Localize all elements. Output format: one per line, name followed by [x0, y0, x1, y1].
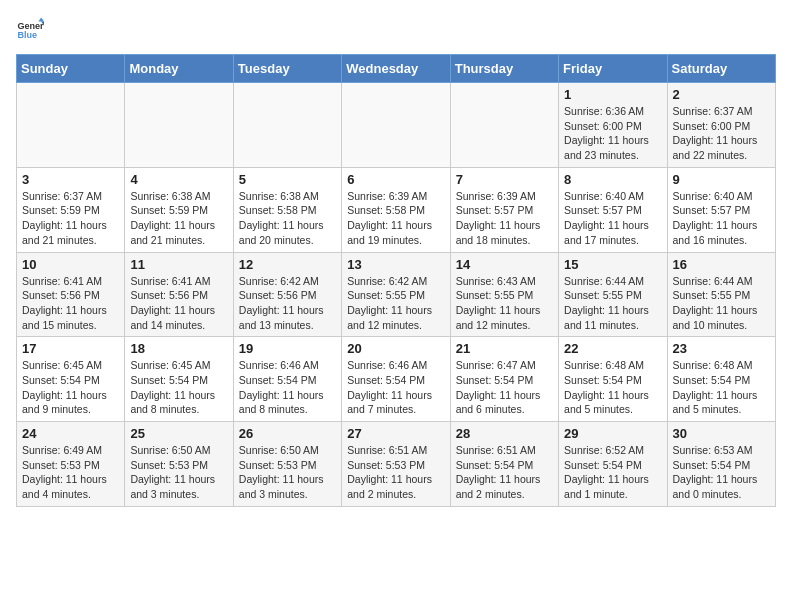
day-number: 4 [130, 172, 227, 187]
svg-marker-2 [38, 17, 44, 21]
day-header-sunday: Sunday [17, 55, 125, 83]
day-detail: Sunrise: 6:44 AM Sunset: 5:55 PM Dayligh… [564, 274, 661, 333]
calendar-cell [125, 83, 233, 168]
day-number: 3 [22, 172, 119, 187]
calendar-cell: 2Sunrise: 6:37 AM Sunset: 6:00 PM Daylig… [667, 83, 775, 168]
calendar-cell: 15Sunrise: 6:44 AM Sunset: 5:55 PM Dayli… [559, 252, 667, 337]
day-header-thursday: Thursday [450, 55, 558, 83]
calendar-week-row: 10Sunrise: 6:41 AM Sunset: 5:56 PM Dayli… [17, 252, 776, 337]
day-detail: Sunrise: 6:39 AM Sunset: 5:57 PM Dayligh… [456, 189, 553, 248]
day-header-saturday: Saturday [667, 55, 775, 83]
day-detail: Sunrise: 6:40 AM Sunset: 5:57 PM Dayligh… [673, 189, 770, 248]
day-number: 21 [456, 341, 553, 356]
day-number: 9 [673, 172, 770, 187]
day-number: 15 [564, 257, 661, 272]
day-detail: Sunrise: 6:37 AM Sunset: 6:00 PM Dayligh… [673, 104, 770, 163]
day-number: 30 [673, 426, 770, 441]
calendar-cell: 10Sunrise: 6:41 AM Sunset: 5:56 PM Dayli… [17, 252, 125, 337]
day-number: 24 [22, 426, 119, 441]
calendar-week-row: 1Sunrise: 6:36 AM Sunset: 6:00 PM Daylig… [17, 83, 776, 168]
calendar-cell: 4Sunrise: 6:38 AM Sunset: 5:59 PM Daylig… [125, 167, 233, 252]
calendar-cell: 24Sunrise: 6:49 AM Sunset: 5:53 PM Dayli… [17, 422, 125, 507]
calendar-cell [342, 83, 450, 168]
day-detail: Sunrise: 6:45 AM Sunset: 5:54 PM Dayligh… [22, 358, 119, 417]
calendar-cell [17, 83, 125, 168]
day-number: 22 [564, 341, 661, 356]
day-header-friday: Friday [559, 55, 667, 83]
day-number: 8 [564, 172, 661, 187]
calendar: SundayMondayTuesdayWednesdayThursdayFrid… [16, 54, 776, 507]
day-detail: Sunrise: 6:50 AM Sunset: 5:53 PM Dayligh… [130, 443, 227, 502]
day-number: 17 [22, 341, 119, 356]
day-detail: Sunrise: 6:51 AM Sunset: 5:53 PM Dayligh… [347, 443, 444, 502]
day-number: 14 [456, 257, 553, 272]
day-detail: Sunrise: 6:49 AM Sunset: 5:53 PM Dayligh… [22, 443, 119, 502]
day-header-monday: Monday [125, 55, 233, 83]
day-number: 27 [347, 426, 444, 441]
calendar-cell: 12Sunrise: 6:42 AM Sunset: 5:56 PM Dayli… [233, 252, 341, 337]
day-detail: Sunrise: 6:48 AM Sunset: 5:54 PM Dayligh… [564, 358, 661, 417]
calendar-cell [233, 83, 341, 168]
logo: General Blue [16, 16, 44, 44]
day-detail: Sunrise: 6:39 AM Sunset: 5:58 PM Dayligh… [347, 189, 444, 248]
calendar-cell: 9Sunrise: 6:40 AM Sunset: 5:57 PM Daylig… [667, 167, 775, 252]
calendar-cell: 22Sunrise: 6:48 AM Sunset: 5:54 PM Dayli… [559, 337, 667, 422]
day-number: 7 [456, 172, 553, 187]
calendar-cell: 20Sunrise: 6:46 AM Sunset: 5:54 PM Dayli… [342, 337, 450, 422]
day-number: 5 [239, 172, 336, 187]
calendar-cell: 27Sunrise: 6:51 AM Sunset: 5:53 PM Dayli… [342, 422, 450, 507]
day-number: 18 [130, 341, 227, 356]
calendar-cell: 6Sunrise: 6:39 AM Sunset: 5:58 PM Daylig… [342, 167, 450, 252]
day-detail: Sunrise: 6:51 AM Sunset: 5:54 PM Dayligh… [456, 443, 553, 502]
day-number: 2 [673, 87, 770, 102]
calendar-week-row: 17Sunrise: 6:45 AM Sunset: 5:54 PM Dayli… [17, 337, 776, 422]
calendar-week-row: 24Sunrise: 6:49 AM Sunset: 5:53 PM Dayli… [17, 422, 776, 507]
calendar-header-row: SundayMondayTuesdayWednesdayThursdayFrid… [17, 55, 776, 83]
day-detail: Sunrise: 6:42 AM Sunset: 5:56 PM Dayligh… [239, 274, 336, 333]
calendar-cell: 16Sunrise: 6:44 AM Sunset: 5:55 PM Dayli… [667, 252, 775, 337]
day-header-wednesday: Wednesday [342, 55, 450, 83]
calendar-cell: 13Sunrise: 6:42 AM Sunset: 5:55 PM Dayli… [342, 252, 450, 337]
day-detail: Sunrise: 6:38 AM Sunset: 5:59 PM Dayligh… [130, 189, 227, 248]
calendar-week-row: 3Sunrise: 6:37 AM Sunset: 5:59 PM Daylig… [17, 167, 776, 252]
day-number: 12 [239, 257, 336, 272]
day-number: 26 [239, 426, 336, 441]
day-number: 20 [347, 341, 444, 356]
day-detail: Sunrise: 6:50 AM Sunset: 5:53 PM Dayligh… [239, 443, 336, 502]
day-detail: Sunrise: 6:37 AM Sunset: 5:59 PM Dayligh… [22, 189, 119, 248]
day-detail: Sunrise: 6:47 AM Sunset: 5:54 PM Dayligh… [456, 358, 553, 417]
day-detail: Sunrise: 6:46 AM Sunset: 5:54 PM Dayligh… [347, 358, 444, 417]
svg-text:Blue: Blue [17, 30, 37, 40]
calendar-cell: 18Sunrise: 6:45 AM Sunset: 5:54 PM Dayli… [125, 337, 233, 422]
day-detail: Sunrise: 6:45 AM Sunset: 5:54 PM Dayligh… [130, 358, 227, 417]
day-detail: Sunrise: 6:36 AM Sunset: 6:00 PM Dayligh… [564, 104, 661, 163]
calendar-cell: 8Sunrise: 6:40 AM Sunset: 5:57 PM Daylig… [559, 167, 667, 252]
day-header-tuesday: Tuesday [233, 55, 341, 83]
day-number: 25 [130, 426, 227, 441]
day-detail: Sunrise: 6:53 AM Sunset: 5:54 PM Dayligh… [673, 443, 770, 502]
day-number: 13 [347, 257, 444, 272]
calendar-cell: 3Sunrise: 6:37 AM Sunset: 5:59 PM Daylig… [17, 167, 125, 252]
day-detail: Sunrise: 6:46 AM Sunset: 5:54 PM Dayligh… [239, 358, 336, 417]
header: General Blue [16, 16, 776, 44]
day-detail: Sunrise: 6:41 AM Sunset: 5:56 PM Dayligh… [22, 274, 119, 333]
day-detail: Sunrise: 6:38 AM Sunset: 5:58 PM Dayligh… [239, 189, 336, 248]
day-number: 10 [22, 257, 119, 272]
calendar-cell: 26Sunrise: 6:50 AM Sunset: 5:53 PM Dayli… [233, 422, 341, 507]
day-number: 23 [673, 341, 770, 356]
calendar-cell: 25Sunrise: 6:50 AM Sunset: 5:53 PM Dayli… [125, 422, 233, 507]
calendar-cell: 19Sunrise: 6:46 AM Sunset: 5:54 PM Dayli… [233, 337, 341, 422]
calendar-cell: 14Sunrise: 6:43 AM Sunset: 5:55 PM Dayli… [450, 252, 558, 337]
day-detail: Sunrise: 6:48 AM Sunset: 5:54 PM Dayligh… [673, 358, 770, 417]
calendar-cell [450, 83, 558, 168]
day-number: 16 [673, 257, 770, 272]
calendar-cell: 17Sunrise: 6:45 AM Sunset: 5:54 PM Dayli… [17, 337, 125, 422]
calendar-cell: 7Sunrise: 6:39 AM Sunset: 5:57 PM Daylig… [450, 167, 558, 252]
calendar-cell: 28Sunrise: 6:51 AM Sunset: 5:54 PM Dayli… [450, 422, 558, 507]
day-detail: Sunrise: 6:42 AM Sunset: 5:55 PM Dayligh… [347, 274, 444, 333]
day-detail: Sunrise: 6:44 AM Sunset: 5:55 PM Dayligh… [673, 274, 770, 333]
day-number: 11 [130, 257, 227, 272]
calendar-cell: 11Sunrise: 6:41 AM Sunset: 5:56 PM Dayli… [125, 252, 233, 337]
day-detail: Sunrise: 6:41 AM Sunset: 5:56 PM Dayligh… [130, 274, 227, 333]
calendar-cell: 21Sunrise: 6:47 AM Sunset: 5:54 PM Dayli… [450, 337, 558, 422]
